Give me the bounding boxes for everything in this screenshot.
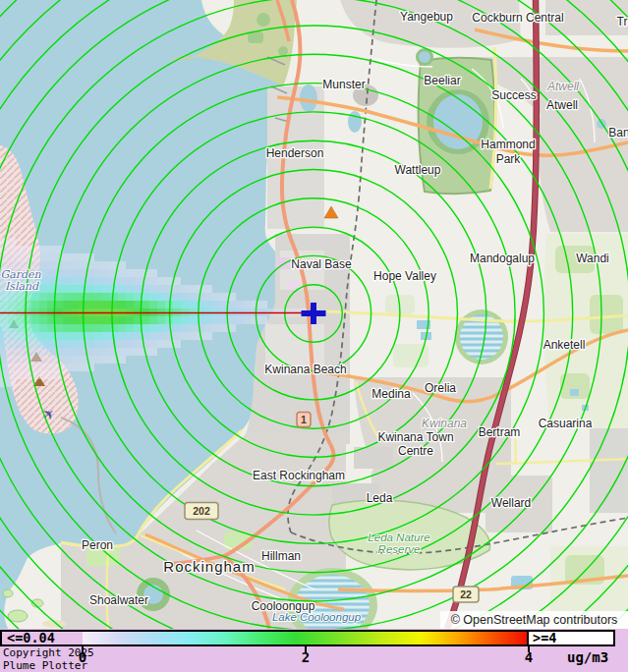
place-label: Centre	[398, 444, 433, 458]
plume-cell	[39, 253, 47, 261]
plume-cell	[16, 356, 24, 364]
plume-cell	[39, 285, 47, 293]
plume-cell	[197, 324, 204, 332]
map-canvas[interactable]: ✈ 120222 YangebupTreebyCockburn CentralM…	[0, 0, 628, 629]
plume-cell	[197, 301, 204, 308]
plume-cell	[165, 277, 173, 285]
plume-cell	[126, 324, 134, 332]
plume-cell	[204, 301, 212, 308]
park-patch	[257, 13, 270, 27]
plume-cell	[157, 316, 165, 324]
plume-cell	[63, 301, 71, 308]
place-label: Casuarina	[539, 417, 593, 430]
legend-panel: <=0.04 >=4 Copyright 2025 Plume Plotter …	[0, 629, 628, 672]
plume-cell	[71, 277, 79, 285]
plume-cell	[47, 364, 55, 371]
place-label: Banjup	[608, 126, 628, 140]
map-svg[interactable]: ✈ 120222 YangebupTreebyCockburn CentralM…	[0, 0, 628, 629]
plume-cell	[39, 364, 47, 371]
place-label: Orelia	[425, 381, 456, 395]
plume-cell	[16, 253, 24, 261]
place-label: Bertram	[479, 425, 521, 439]
plume-cell	[16, 324, 24, 332]
plume-cell	[71, 324, 79, 332]
place-label: Lake Cooloongup	[272, 611, 362, 623]
plume-cell	[79, 293, 86, 301]
plume-cell	[244, 316, 252, 324]
plume-cell	[79, 364, 86, 371]
plume-cell	[71, 269, 79, 277]
route-badge-label: 202	[193, 505, 210, 517]
plume-cell	[118, 277, 126, 285]
plume-cell	[63, 277, 71, 285]
units-label: ug/m3	[567, 649, 608, 665]
plume-cell	[134, 348, 142, 356]
plume-cell	[24, 324, 31, 332]
plume-cell	[86, 285, 94, 293]
plume-cell	[228, 301, 236, 308]
osm-attribution[interactable]: © OpenStreetMap contributors	[440, 611, 628, 629]
plume-cell	[8, 246, 16, 253]
colorbar: <=0.04 >=4	[0, 630, 615, 646]
plume-cell	[63, 253, 71, 261]
place-label: Naval Base	[291, 257, 352, 271]
plume-cell	[47, 332, 55, 340]
plume-cell	[102, 332, 110, 340]
place-label: Treeby	[617, 15, 628, 28]
place-label: Kwinana Beach	[264, 363, 346, 376]
plume-cell	[102, 301, 110, 308]
plume-cell	[189, 301, 197, 308]
plume-cell	[102, 356, 110, 364]
plume-cell	[71, 261, 79, 269]
plume-cell	[24, 293, 31, 301]
tick-label: 0	[79, 649, 86, 665]
plume-cell	[173, 285, 181, 293]
plume-cell	[24, 371, 31, 379]
plume-cell	[55, 269, 63, 277]
plume-cell	[8, 238, 16, 246]
plume-cell	[55, 316, 63, 324]
place-label: Leda	[367, 491, 393, 505]
place-label: Atwell	[546, 80, 579, 93]
plume-cell	[16, 371, 24, 379]
plume-cell	[63, 332, 71, 340]
plume-cell	[134, 285, 142, 293]
plume-cell	[16, 332, 24, 340]
plume-cell	[173, 301, 181, 308]
plume-cell	[189, 293, 197, 301]
place-label: Park	[496, 152, 522, 166]
plume-cell	[173, 332, 181, 340]
plume-cell	[24, 332, 31, 340]
plume-cell	[118, 269, 126, 277]
plume-cell	[142, 324, 149, 332]
plume-cell	[157, 340, 165, 348]
plume-cell	[63, 348, 71, 356]
plume-cell	[63, 316, 71, 324]
plume-cell	[31, 301, 39, 308]
plume-cell	[31, 356, 39, 364]
plume-cell	[24, 301, 31, 308]
place-label: Shoalwater	[89, 593, 148, 607]
plume-cell	[149, 316, 157, 324]
plume-cell	[102, 261, 110, 269]
plume-cell	[8, 332, 16, 340]
plume-cell	[236, 316, 244, 324]
tick-label: 2	[302, 649, 310, 665]
plume-cell	[204, 316, 212, 324]
plume-cell	[71, 356, 79, 364]
plume-cell	[47, 246, 55, 253]
plume-cell	[71, 348, 79, 356]
plume-cell	[118, 324, 126, 332]
place-label: Leda Nature	[368, 532, 429, 543]
plume-cell	[47, 277, 55, 285]
place-label: Wandi	[576, 252, 609, 265]
plume-cell	[165, 293, 173, 301]
plume-cell	[8, 316, 16, 324]
plume-cell	[0, 293, 8, 301]
plume-cell	[0, 340, 8, 348]
source-cross-marker[interactable]	[311, 303, 316, 324]
place-label: Success	[491, 88, 536, 102]
plume-cell	[94, 285, 102, 293]
plume-cell	[212, 324, 220, 332]
plume-cell	[126, 340, 134, 348]
